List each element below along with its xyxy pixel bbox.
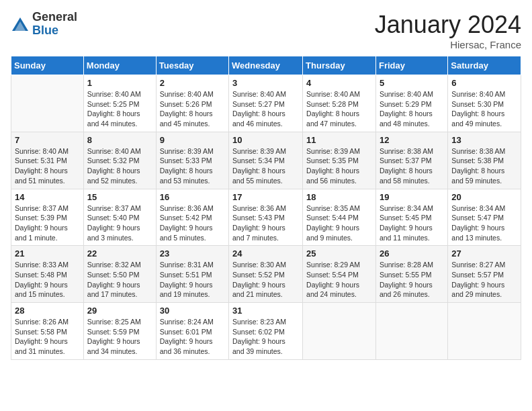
day-info: Sunrise: 8:33 AMSunset: 5:48 PMDaylight:… xyxy=(15,260,80,300)
day-info: Sunrise: 8:34 AMSunset: 5:45 PMDaylight:… xyxy=(380,203,444,243)
day-info: Sunrise: 8:25 AMSunset: 5:59 PMDaylight:… xyxy=(87,317,152,357)
day-info: Sunrise: 8:39 AMSunset: 5:34 PMDaylight:… xyxy=(232,146,299,186)
title-block: January 2024 Hiersac, France xyxy=(375,11,521,50)
day-number: 1 xyxy=(87,78,152,88)
day-info: Sunrise: 8:40 AMSunset: 5:27 PMDaylight:… xyxy=(232,89,299,129)
week-row-2: 14Sunrise: 8:37 AMSunset: 5:39 PMDayligh… xyxy=(11,189,521,246)
calendar-cell: 24Sunrise: 8:30 AMSunset: 5:52 PMDayligh… xyxy=(229,246,303,303)
calendar-cell: 4Sunrise: 8:40 AMSunset: 5:28 PMDaylight… xyxy=(303,75,376,132)
day-info: Sunrise: 8:37 AMSunset: 5:39 PMDaylight:… xyxy=(15,203,80,243)
calendar-cell: 14Sunrise: 8:37 AMSunset: 5:39 PMDayligh… xyxy=(11,189,84,246)
header-monday: Monday xyxy=(83,56,156,75)
day-info: Sunrise: 8:40 AMSunset: 5:30 PMDaylight:… xyxy=(451,89,517,129)
calendar-cell: 3Sunrise: 8:40 AMSunset: 5:27 PMDaylight… xyxy=(229,75,303,132)
calendar-cell: 2Sunrise: 8:40 AMSunset: 5:26 PMDaylight… xyxy=(156,75,228,132)
day-number: 3 xyxy=(232,78,299,88)
day-info: Sunrise: 8:40 AMSunset: 5:29 PMDaylight:… xyxy=(380,89,444,129)
calendar-cell: 25Sunrise: 8:29 AMSunset: 5:54 PMDayligh… xyxy=(303,246,376,303)
day-number: 6 xyxy=(451,78,517,88)
day-number: 8 xyxy=(87,135,152,145)
day-number: 30 xyxy=(160,306,225,316)
day-number: 10 xyxy=(232,135,299,145)
calendar-cell: 28Sunrise: 8:26 AMSunset: 5:58 PMDayligh… xyxy=(11,303,84,360)
calendar-header: SundayMondayTuesdayWednesdayThursdayFrid… xyxy=(11,56,521,75)
day-number: 26 xyxy=(380,248,444,259)
day-info: Sunrise: 8:37 AMSunset: 5:40 PMDaylight:… xyxy=(87,203,152,243)
calendar-cell: 30Sunrise: 8:24 AMSunset: 6:01 PMDayligh… xyxy=(156,303,228,360)
header-thursday: Thursday xyxy=(303,56,376,75)
location: Hiersac, France xyxy=(375,39,521,50)
day-number: 29 xyxy=(87,306,152,316)
day-number: 19 xyxy=(380,192,444,202)
calendar-body: 1Sunrise: 8:40 AMSunset: 5:25 PMDaylight… xyxy=(11,75,521,360)
day-number: 17 xyxy=(232,192,299,202)
calendar-cell: 22Sunrise: 8:32 AMSunset: 5:50 PMDayligh… xyxy=(83,246,156,303)
calendar-cell: 7Sunrise: 8:40 AMSunset: 5:31 PMDaylight… xyxy=(11,132,84,189)
day-number: 25 xyxy=(306,248,372,259)
calendar-cell: 1Sunrise: 8:40 AMSunset: 5:25 PMDaylight… xyxy=(83,75,156,132)
week-row-1: 7Sunrise: 8:40 AMSunset: 5:31 PMDaylight… xyxy=(11,132,521,189)
week-row-3: 21Sunrise: 8:33 AMSunset: 5:48 PMDayligh… xyxy=(11,246,521,303)
day-info: Sunrise: 8:39 AMSunset: 5:35 PMDaylight:… xyxy=(306,146,372,186)
day-info: Sunrise: 8:36 AMSunset: 5:42 PMDaylight:… xyxy=(160,203,225,243)
calendar-cell: 20Sunrise: 8:34 AMSunset: 5:47 PMDayligh… xyxy=(448,189,521,246)
day-info: Sunrise: 8:26 AMSunset: 5:58 PMDaylight:… xyxy=(15,317,80,357)
day-number: 24 xyxy=(232,248,299,259)
day-info: Sunrise: 8:36 AMSunset: 5:43 PMDaylight:… xyxy=(232,203,299,243)
calendar-table: SundayMondayTuesdayWednesdayThursdayFrid… xyxy=(11,56,521,360)
day-info: Sunrise: 8:28 AMSunset: 5:55 PMDaylight:… xyxy=(380,260,444,300)
day-info: Sunrise: 8:29 AMSunset: 5:54 PMDaylight:… xyxy=(306,260,372,300)
day-number: 4 xyxy=(306,78,372,88)
day-number: 28 xyxy=(15,306,80,316)
calendar-cell: 11Sunrise: 8:39 AMSunset: 5:35 PMDayligh… xyxy=(303,132,376,189)
day-info: Sunrise: 8:40 AMSunset: 5:26 PMDaylight:… xyxy=(160,89,225,129)
month-title: January 2024 xyxy=(375,11,521,39)
day-number: 12 xyxy=(380,135,444,145)
day-info: Sunrise: 8:31 AMSunset: 5:51 PMDaylight:… xyxy=(160,260,225,300)
day-number: 9 xyxy=(160,135,225,145)
calendar-cell xyxy=(11,75,84,132)
day-number: 11 xyxy=(306,135,372,145)
day-info: Sunrise: 8:30 AMSunset: 5:52 PMDaylight:… xyxy=(232,260,299,300)
calendar-cell: 21Sunrise: 8:33 AMSunset: 5:48 PMDayligh… xyxy=(11,246,84,303)
calendar-cell: 17Sunrise: 8:36 AMSunset: 5:43 PMDayligh… xyxy=(229,189,303,246)
calendar-cell: 26Sunrise: 8:28 AMSunset: 5:55 PMDayligh… xyxy=(375,246,447,303)
calendar-cell: 5Sunrise: 8:40 AMSunset: 5:29 PMDaylight… xyxy=(375,75,447,132)
day-number: 5 xyxy=(380,78,444,88)
header-friday: Friday xyxy=(375,56,447,75)
day-info: Sunrise: 8:40 AMSunset: 5:28 PMDaylight:… xyxy=(306,89,372,129)
logo-icon xyxy=(11,15,30,34)
logo: General Blue xyxy=(11,11,77,38)
day-info: Sunrise: 8:40 AMSunset: 5:31 PMDaylight:… xyxy=(15,146,80,186)
logo-blue: Blue xyxy=(32,24,77,38)
day-number: 23 xyxy=(160,248,225,259)
calendar-cell: 13Sunrise: 8:38 AMSunset: 5:38 PMDayligh… xyxy=(448,132,521,189)
day-number: 15 xyxy=(87,192,152,202)
calendar-cell xyxy=(303,303,376,360)
calendar-cell: 12Sunrise: 8:38 AMSunset: 5:37 PMDayligh… xyxy=(375,132,447,189)
day-number: 13 xyxy=(451,135,517,145)
day-info: Sunrise: 8:24 AMSunset: 6:01 PMDaylight:… xyxy=(160,317,225,357)
logo-general: General xyxy=(32,11,77,24)
header-tuesday: Tuesday xyxy=(156,56,228,75)
calendar-cell: 31Sunrise: 8:23 AMSunset: 6:02 PMDayligh… xyxy=(229,303,303,360)
page-header: General Blue January 2024 Hiersac, Franc… xyxy=(11,11,521,50)
header-wednesday: Wednesday xyxy=(229,56,303,75)
day-info: Sunrise: 8:40 AMSunset: 5:25 PMDaylight:… xyxy=(87,89,152,129)
week-row-0: 1Sunrise: 8:40 AMSunset: 5:25 PMDaylight… xyxy=(11,75,521,132)
calendar-cell: 23Sunrise: 8:31 AMSunset: 5:51 PMDayligh… xyxy=(156,246,228,303)
calendar-cell: 16Sunrise: 8:36 AMSunset: 5:42 PMDayligh… xyxy=(156,189,228,246)
day-number: 7 xyxy=(15,135,80,145)
day-info: Sunrise: 8:34 AMSunset: 5:47 PMDaylight:… xyxy=(451,203,517,243)
day-info: Sunrise: 8:40 AMSunset: 5:32 PMDaylight:… xyxy=(87,146,152,186)
calendar-cell: 15Sunrise: 8:37 AMSunset: 5:40 PMDayligh… xyxy=(83,189,156,246)
day-number: 14 xyxy=(15,192,80,202)
day-info: Sunrise: 8:38 AMSunset: 5:37 PMDaylight:… xyxy=(380,146,444,186)
calendar-cell: 18Sunrise: 8:35 AMSunset: 5:44 PMDayligh… xyxy=(303,189,376,246)
day-info: Sunrise: 8:35 AMSunset: 5:44 PMDaylight:… xyxy=(306,203,372,243)
day-number: 22 xyxy=(87,248,152,259)
day-info: Sunrise: 8:32 AMSunset: 5:50 PMDaylight:… xyxy=(87,260,152,300)
day-number: 2 xyxy=(160,78,225,88)
calendar-cell: 19Sunrise: 8:34 AMSunset: 5:45 PMDayligh… xyxy=(375,189,447,246)
calendar-cell: 29Sunrise: 8:25 AMSunset: 5:59 PMDayligh… xyxy=(83,303,156,360)
